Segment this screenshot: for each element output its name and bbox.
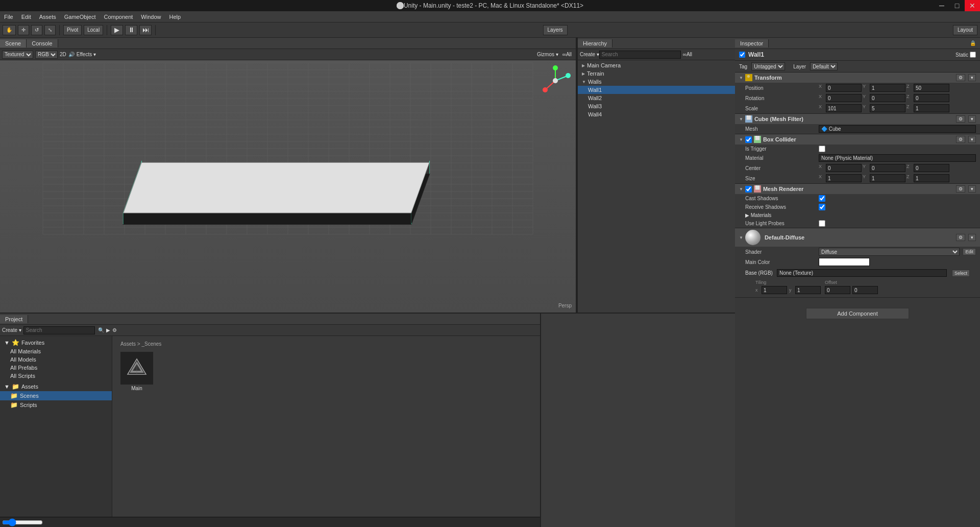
- audio-icon[interactable]: 🔊: [68, 52, 75, 57]
- tab-scene[interactable]: Scene: [0, 39, 27, 47]
- tiling-y-input[interactable]: [795, 286, 821, 294]
- materials-section[interactable]: ▶ Materials: [735, 211, 980, 219]
- channel-dropdown[interactable]: RGB: [35, 51, 58, 59]
- add-component-button[interactable]: Add Component: [806, 308, 909, 319]
- effects-button[interactable]: Effects ▾: [77, 52, 96, 57]
- hier-item-walls[interactable]: ▼ Walls: [578, 78, 735, 86]
- proj-scripts-folder[interactable]: 📁 Scripts: [0, 400, 112, 410]
- offset-x-input[interactable]: [825, 286, 850, 294]
- offset-y-input[interactable]: [852, 286, 878, 294]
- renderer-settings-btn[interactable]: ⚙: [956, 185, 965, 193]
- menu-component[interactable]: Component: [100, 14, 137, 20]
- pause-button[interactable]: ⏸: [125, 25, 137, 35]
- collider-more-btn[interactable]: ▾: [968, 136, 976, 143]
- position-x-input[interactable]: [826, 84, 862, 92]
- renderer-enabled-checkbox[interactable]: [745, 186, 752, 193]
- hier-item-wall4[interactable]: Wall4: [578, 110, 735, 118]
- is-trigger-checkbox[interactable]: [819, 146, 825, 152]
- menu-window[interactable]: Window: [137, 14, 165, 20]
- scale-y-input[interactable]: [870, 104, 905, 112]
- menu-edit[interactable]: Edit: [17, 14, 35, 20]
- object-active-checkbox[interactable]: [739, 52, 745, 58]
- size-x-input[interactable]: [826, 174, 862, 182]
- project-zoom-slider[interactable]: [2, 519, 43, 525]
- material-settings-btn[interactable]: ⚙: [956, 234, 965, 241]
- layout-dropdown[interactable]: Layout: [953, 25, 977, 35]
- inspector-lock-button[interactable]: 🔒: [966, 39, 980, 47]
- proj-all-models[interactable]: All Models: [0, 355, 112, 364]
- hierarchy-search-input[interactable]: [599, 51, 681, 59]
- hier-item-terrain[interactable]: ▶ Terrain: [578, 69, 735, 78]
- main-color-swatch[interactable]: [819, 258, 870, 266]
- renderer-more-btn[interactable]: ▾: [968, 185, 976, 193]
- asset-main-scene[interactable]: Main: [120, 352, 153, 391]
- project-icon-btn-1[interactable]: ▶: [106, 327, 110, 333]
- center-z-input[interactable]: [914, 164, 949, 172]
- scale-tool-button[interactable]: ⤡: [44, 25, 56, 35]
- maximize-button[interactable]: □: [949, 0, 965, 11]
- rotation-y-input[interactable]: [870, 94, 905, 102]
- proj-all-scripts[interactable]: All Scripts: [0, 372, 112, 380]
- hier-item-main-camera[interactable]: ▶ Main Camera: [578, 61, 735, 69]
- project-create-button[interactable]: Create ▾: [2, 327, 21, 333]
- scale-z-input[interactable]: [914, 104, 949, 112]
- center-x-input[interactable]: [826, 164, 862, 172]
- mesh-filter-settings-btn[interactable]: ⚙: [956, 115, 965, 123]
- proj-all-prefabs[interactable]: All Prefabs: [0, 364, 112, 372]
- local-button[interactable]: Local: [84, 25, 103, 35]
- proj-all-materials[interactable]: All Materials: [0, 347, 112, 355]
- box-collider-header[interactable]: ▼ ⬜ Box Collider ⚙ ▾: [735, 134, 980, 145]
- hier-item-wall1[interactable]: Wall1: [578, 86, 735, 94]
- layer-dropdown[interactable]: Default: [810, 62, 838, 70]
- twod-button[interactable]: 2D: [60, 52, 66, 57]
- close-button[interactable]: ✕: [965, 0, 980, 11]
- rotate-tool-button[interactable]: ↺: [31, 25, 42, 35]
- size-z-input[interactable]: [914, 174, 949, 182]
- transform-settings-btn[interactable]: ⚙: [956, 74, 965, 81]
- position-y-input[interactable]: [870, 84, 905, 92]
- play-button[interactable]: ▶: [111, 25, 123, 35]
- project-search-icon[interactable]: 🔍: [98, 327, 104, 333]
- material-more-btn[interactable]: ▾: [968, 234, 976, 241]
- static-checkbox[interactable]: [970, 52, 976, 58]
- tag-dropdown[interactable]: Untagged: [751, 62, 785, 70]
- proj-favorites-header[interactable]: ▼ ⭐ Favorites: [0, 338, 112, 347]
- cast-shadows-checkbox[interactable]: [819, 195, 825, 202]
- material-header[interactable]: ▼ Default-Diffuse ⚙ ▾: [735, 228, 980, 247]
- proj-scenes-folder[interactable]: 📁 Scenes: [0, 391, 112, 400]
- hierarchy-create-button[interactable]: Create ▾: [580, 52, 599, 57]
- menu-assets[interactable]: Assets: [35, 14, 60, 20]
- pivot-button[interactable]: Pivot: [63, 25, 82, 35]
- menu-gameobject[interactable]: GameObject: [60, 14, 100, 20]
- layers-dropdown[interactable]: Layers: [543, 25, 568, 35]
- mesh-filter-header[interactable]: ▼ ⬜ Cube (Mesh Filter) ⚙ ▾: [735, 114, 980, 124]
- rotation-z-input[interactable]: [914, 94, 949, 102]
- project-icon-btn-2[interactable]: ⚙: [112, 327, 117, 333]
- tiling-x-input[interactable]: [762, 286, 787, 294]
- proj-assets-header[interactable]: ▼ 📁 Assets: [0, 382, 112, 391]
- position-z-input[interactable]: [914, 84, 949, 92]
- size-y-input[interactable]: [870, 174, 905, 182]
- project-search-input[interactable]: [23, 326, 95, 334]
- gizmos-button[interactable]: Gizmos ▾: [537, 52, 558, 57]
- receive-shadows-checkbox[interactable]: [819, 204, 825, 210]
- center-y-input[interactable]: [870, 164, 905, 172]
- shading-dropdown[interactable]: Textured: [2, 51, 33, 59]
- move-tool-button[interactable]: ✛: [18, 25, 29, 35]
- shader-dropdown[interactable]: Diffuse: [819, 248, 960, 256]
- transform-header[interactable]: ▼ ⊕ Transform ⚙ ▾: [735, 73, 980, 83]
- shader-edit-btn[interactable]: Edit: [963, 248, 976, 255]
- menu-file[interactable]: File: [0, 14, 17, 20]
- menu-help[interactable]: Help: [165, 14, 185, 20]
- tab-console[interactable]: Console: [27, 39, 58, 47]
- step-button[interactable]: ⏭: [139, 25, 152, 35]
- collider-enabled-checkbox[interactable]: [745, 136, 752, 143]
- tab-project[interactable]: Project: [0, 315, 28, 323]
- transform-more-btn[interactable]: ▾: [968, 74, 976, 81]
- tab-hierarchy[interactable]: Hierarchy: [578, 39, 612, 47]
- tab-inspector[interactable]: Inspector: [735, 39, 769, 47]
- scale-x-input[interactable]: [826, 104, 862, 112]
- minimize-button[interactable]: ─: [934, 0, 949, 11]
- rotation-x-input[interactable]: [826, 94, 862, 102]
- mesh-renderer-header[interactable]: ▼ ⬜ Mesh Renderer ⚙ ▾: [735, 184, 980, 194]
